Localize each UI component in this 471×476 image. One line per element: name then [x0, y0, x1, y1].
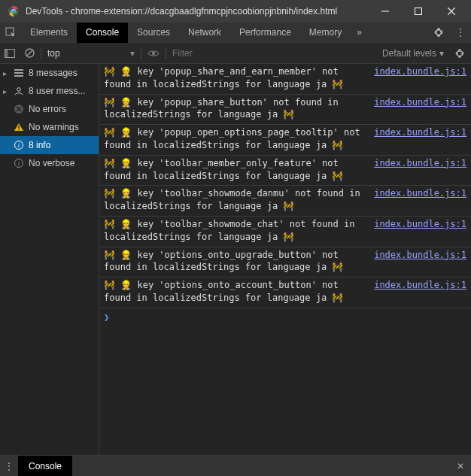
svg-rect-2	[415, 8, 422, 15]
message-source-link[interactable]: index.bundle.js:1	[374, 249, 466, 274]
console-message: 🚧 👷 key 'toolbar_member_only_feature' no…	[99, 156, 471, 186]
sidebar-item-info[interactable]: i 8 info	[0, 136, 99, 154]
message-source-link[interactable]: index.bundle.js:1	[374, 187, 466, 213]
console-message: 🚧 👷 key 'popup_share_button' not found i…	[99, 95, 471, 126]
verbose-icon: i	[14, 159, 24, 168]
maximize-button[interactable]	[402, 0, 435, 23]
context-selector[interactable]: top	[43, 48, 130, 59]
console-message: 🚧 👷 key 'popup_share_and_earn_member' no…	[99, 64, 471, 95]
svg-point-9	[18, 129, 20, 130]
console-message: 🚧 👷 key 'toolbar_showmode_danmu' not fou…	[99, 186, 471, 217]
info-icon: i	[14, 141, 24, 150]
window-titlebar: DevTools - chrome-extension://dcacgbaadl…	[0, 0, 471, 23]
message-text: 🚧 👷 key 'popup_share_button' not found i…	[104, 96, 374, 122]
sidebar-item-user-messages[interactable]: ▸ 8 user mess...	[0, 82, 99, 100]
drawer-close-icon[interactable]: ✕	[450, 461, 471, 471]
message-text: 🚧 👷 key 'options_onto_account_button' no…	[104, 279, 374, 305]
sidebar-toggle-icon[interactable]	[0, 49, 20, 58]
live-expression-icon[interactable]	[143, 50, 164, 57]
log-levels-selector[interactable]: Default levels▾	[378, 48, 448, 59]
chevron-down-icon: ▾	[439, 48, 444, 59]
drawer-tab-console[interactable]: Console	[18, 456, 72, 477]
message-text: 🚧 👷 key 'options_onto_upgrade_button' no…	[104, 249, 374, 274]
message-source-link[interactable]: index.bundle.js:1	[374, 96, 466, 122]
devtools-tabs: Elements Console Sources Network Perform…	[0, 23, 471, 43]
sidebar-item-verbose[interactable]: i No verbose	[0, 154, 99, 172]
chrome-icon	[8, 5, 20, 17]
svg-point-8	[17, 88, 21, 92]
console-message: 🚧 👷 key 'options_onto_upgrade_button' no…	[99, 247, 471, 278]
console-message: 🚧 👷 key 'options_onto_account_button' no…	[99, 277, 471, 308]
error-icon	[14, 105, 24, 114]
tab-network[interactable]: Network	[179, 23, 230, 43]
minimize-button[interactable]	[369, 0, 402, 23]
sidebar-item-errors[interactable]: No errors	[0, 100, 99, 118]
console-settings-gear-icon[interactable]	[448, 48, 471, 59]
message-text: 🚧 👷 key 'popup_share_and_earn_member' no…	[104, 65, 374, 91]
tab-console[interactable]: Console	[77, 23, 128, 43]
list-icon	[14, 69, 24, 77]
tab-performance[interactable]: Performance	[230, 23, 300, 43]
console-message: 🚧 👷 key 'popup_open_options_page_tooltip…	[99, 125, 471, 156]
sidebar-item-messages[interactable]: ▸ 8 messages	[0, 64, 99, 82]
more-tabs-icon[interactable]: »	[351, 27, 368, 38]
tab-sources[interactable]: Sources	[128, 23, 179, 43]
message-text: 🚧 👷 key 'toolbar_showmode_danmu' not fou…	[104, 187, 374, 213]
menu-kebab-icon[interactable]: ⋮	[450, 27, 471, 38]
console-message: 🚧 👷 key 'toolbar_showmode_chat' not foun…	[99, 217, 471, 247]
console-prompt[interactable]: ❯	[99, 308, 471, 327]
console-sidebar: ▸ 8 messages ▸ 8 user mess... No errors …	[0, 64, 99, 455]
chevron-down-icon[interactable]: ▾	[130, 48, 139, 59]
filter-input[interactable]	[168, 45, 378, 62]
console-toolbar: top ▾ Default levels▾	[0, 43, 471, 64]
tab-memory[interactable]: Memory	[300, 23, 351, 43]
settings-gear-icon[interactable]	[427, 27, 450, 38]
svg-point-7	[152, 52, 155, 55]
sidebar-item-warnings[interactable]: No warnings	[0, 118, 99, 136]
user-icon	[14, 86, 24, 96]
message-text: 🚧 👷 key 'toolbar_member_only_feature' no…	[104, 157, 374, 183]
clear-console-icon[interactable]	[20, 48, 39, 58]
warning-icon	[14, 123, 24, 132]
message-source-link[interactable]: index.bundle.js:1	[374, 157, 466, 183]
message-text: 🚧 👷 key 'toolbar_showmode_chat' not foun…	[104, 218, 374, 244]
chevron-right-icon: ▸	[3, 69, 9, 77]
message-source-link[interactable]: index.bundle.js:1	[374, 218, 466, 244]
inspect-icon[interactable]	[0, 27, 21, 38]
drawer-menu-kebab-icon[interactable]: ⋮	[0, 461, 18, 471]
chevron-right-icon: ▸	[3, 87, 9, 96]
message-source-link[interactable]: index.bundle.js:1	[374, 65, 466, 91]
close-button[interactable]	[435, 0, 468, 23]
message-source-link[interactable]: index.bundle.js:1	[374, 126, 466, 152]
message-text: 🚧 👷 key 'popup_open_options_page_tooltip…	[104, 126, 374, 152]
svg-rect-5	[5, 49, 8, 57]
drawer: ⋮ Console ✕	[0, 455, 471, 476]
message-source-link[interactable]: index.bundle.js:1	[374, 279, 466, 305]
console-messages: 🚧 👷 key 'popup_share_and_earn_member' no…	[99, 64, 471, 455]
window-title: DevTools - chrome-extension://dcacgbaadl…	[26, 6, 369, 17]
tab-elements[interactable]: Elements	[21, 23, 77, 43]
